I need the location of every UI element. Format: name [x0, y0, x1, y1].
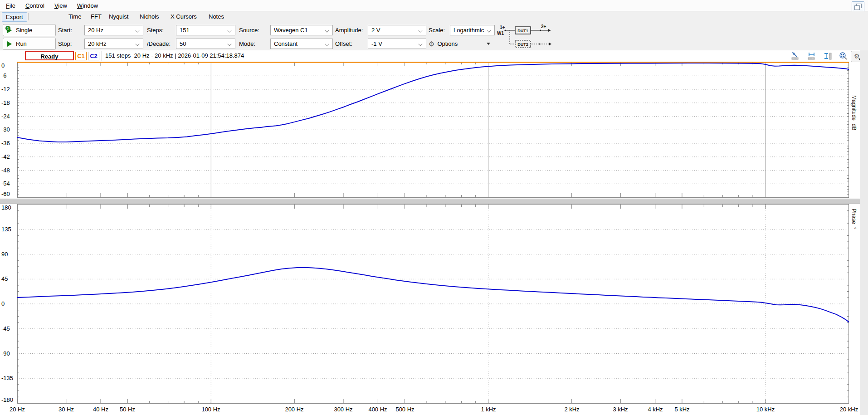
- plot-splitter[interactable]: [0, 199, 860, 204]
- phase-axis-label: Phase °: [851, 209, 857, 229]
- x-tick-label: 20 Hz: [10, 406, 25, 413]
- mode-value: Constant: [274, 40, 297, 47]
- x-tick-label: 4 kHz: [648, 406, 663, 413]
- phase-y-tick-label: -135: [1, 375, 17, 381]
- x-tick-label: 3 kHz: [613, 406, 628, 413]
- start-label: Start:: [58, 25, 72, 35]
- tab-fft[interactable]: FFT: [87, 12, 105, 21]
- status-badge: Ready: [25, 51, 74, 60]
- mag-y-tick-label: -42: [1, 153, 17, 160]
- caret-down-icon: [487, 43, 490, 45]
- track-icon: [791, 52, 800, 61]
- amplitude-combobox[interactable]: 2 V: [368, 25, 426, 35]
- mag-y-tick-label: -30: [1, 126, 17, 133]
- steps-combobox[interactable]: 151: [176, 25, 235, 35]
- right-edge-strip: [860, 50, 868, 415]
- status-strip: Ready C1 C2 151 steps 20 Hz - 20 kHz | 2…: [0, 50, 868, 62]
- phase-y-tick-label: -180: [1, 396, 17, 403]
- chevron-down-icon: [325, 42, 329, 46]
- sweep-info-text: 151 steps 20 Hz - 20 kHz | 2026-01-09 21…: [105, 52, 244, 59]
- tab-nyquist[interactable]: Nyquist: [105, 12, 132, 21]
- menu-control[interactable]: Control: [21, 1, 49, 10]
- magnitude-plot[interactable]: [17, 62, 849, 198]
- offset-label: Offset:: [335, 39, 352, 49]
- view-tab-bar: Export Time FFT Nyquist Nichols X Cursor…: [0, 11, 868, 23]
- dut2-label: DUT2: [517, 42, 528, 47]
- steps-value: 151: [180, 27, 190, 34]
- scale-combobox[interactable]: Logarithmic: [450, 25, 495, 35]
- chevron-down-icon: [325, 28, 329, 32]
- stop-value: 20 kHz: [88, 40, 106, 47]
- mag-y-tick-label: -60: [1, 190, 17, 197]
- x-tick-label: 1 kHz: [481, 406, 496, 413]
- tab-time[interactable]: Time: [65, 12, 85, 21]
- phase-plot[interactable]: [17, 204, 849, 404]
- scale-value: Logarithmic: [454, 27, 484, 34]
- x-tick-label: 5 kHz: [674, 406, 689, 413]
- chevron-down-icon: [135, 42, 139, 46]
- menu-bar: File Control View Window: [0, 0, 868, 11]
- arrow-head: [549, 43, 551, 45]
- vertical-cursors-icon: [824, 52, 833, 61]
- tab-x-cursors[interactable]: X Cursors: [167, 12, 200, 21]
- mag-y-tick-label: -24: [1, 113, 17, 120]
- single-button[interactable]: 1 Single: [3, 24, 56, 36]
- start-value: 20 Hz: [88, 27, 103, 34]
- mag-y-tick-label: 0: [1, 62, 17, 69]
- single-button-label: Single: [16, 27, 32, 34]
- stop-combobox[interactable]: 20 kHz: [84, 39, 143, 49]
- channel-1-toggle[interactable]: C1: [75, 52, 87, 60]
- float-window-button[interactable]: [852, 1, 864, 12]
- x-tick-label: 500 Hz: [395, 406, 414, 413]
- x-tick-label: 20 kHz: [840, 406, 858, 413]
- amplitude-label: Amplitude:: [335, 25, 363, 35]
- options-button[interactable]: ⚙ Options: [429, 39, 495, 49]
- mag-y-tick-label: -6: [1, 72, 17, 79]
- x-tick-label: 40 Hz: [93, 406, 108, 413]
- waveforms-network-analyzer-window: { "menu": {"items": ["File", "Control", …: [0, 0, 868, 415]
- single-play-icon: 1: [6, 27, 13, 34]
- start-combobox[interactable]: 20 Hz: [84, 25, 143, 35]
- mode-combobox[interactable]: Constant: [270, 39, 333, 49]
- run-play-icon: [6, 41, 13, 47]
- phase-y-tick-label: 180: [1, 204, 17, 211]
- menu-file[interactable]: File: [2, 1, 20, 10]
- w1-label: W1: [497, 31, 504, 36]
- offset-combobox[interactable]: -1 V: [368, 39, 426, 49]
- tab-export[interactable]: Export: [2, 12, 27, 22]
- per-decade-value: 50: [180, 40, 186, 47]
- tab-separator: [28, 13, 29, 20]
- phase-y-tick-label: -45: [1, 325, 17, 332]
- channel-2-toggle[interactable]: C2: [88, 52, 99, 60]
- steps-label: Steps:: [147, 25, 164, 35]
- tab-notes[interactable]: Notes: [205, 12, 228, 21]
- x-tick-label: 10 kHz: [756, 406, 775, 413]
- stop-label: Stop:: [58, 39, 72, 49]
- menu-view[interactable]: View: [50, 1, 71, 10]
- phase-y-tick-label: 135: [1, 226, 17, 233]
- w1-plus-label: 1+: [500, 25, 505, 30]
- vertical-cursors-button[interactable]: [822, 51, 834, 61]
- menu-window[interactable]: Window: [73, 1, 102, 10]
- x-tick-label: 400 Hz: [368, 406, 387, 413]
- run-button[interactable]: Run: [3, 38, 56, 50]
- source-combobox[interactable]: Wavegen C1: [270, 25, 333, 35]
- source-value: Wavegen C1: [274, 27, 308, 34]
- chevron-down-icon: [227, 28, 231, 32]
- arrow-head: [548, 29, 551, 32]
- acquisition-toolbar: 1 Single Start: 20 Hz Steps: 151 Source:…: [0, 23, 868, 51]
- tab-nichols[interactable]: Nichols: [136, 12, 163, 21]
- chevron-down-icon: [418, 42, 422, 46]
- run-button-label: Run: [16, 40, 27, 47]
- dut-wiring-diagram: 1+ W1 DUT1 2+ DUT2: [495, 24, 555, 51]
- source-label: Source:: [239, 25, 259, 35]
- plus2-label: 2+: [541, 24, 546, 29]
- track-button[interactable]: [789, 51, 802, 61]
- horizontal-cursors-button[interactable]: [805, 51, 818, 61]
- per-decade-combobox[interactable]: 50: [176, 39, 235, 49]
- magnitude-axis-label: Magnitude dB: [851, 95, 857, 130]
- mag-y-tick-label: -12: [1, 86, 17, 93]
- zoom-button[interactable]: [837, 51, 850, 61]
- amplitude-value: 2 V: [371, 27, 380, 34]
- phase-y-tick-label: -90: [1, 350, 17, 357]
